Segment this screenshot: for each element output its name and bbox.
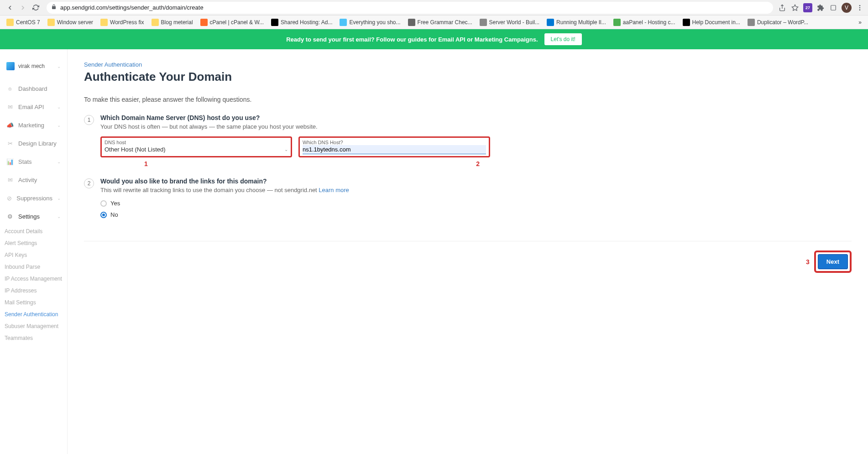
calendar-extension-icon[interactable]: 27 bbox=[803, 3, 812, 12]
account-selector[interactable]: virak mech ⌄ bbox=[0, 57, 67, 79]
dns-host-value: Other Host (Not Listed) bbox=[105, 146, 166, 153]
banner-text: Ready to send your first email? Follow o… bbox=[286, 36, 538, 43]
bookmark-item[interactable]: WordPress fix bbox=[98, 17, 146, 27]
sidebar-subitem-mail-settings[interactable]: Mail Settings bbox=[0, 297, 67, 308]
step-2: 2 Would you also like to brand the links… bbox=[84, 177, 852, 223]
radio-no[interactable]: No bbox=[100, 211, 852, 218]
sidebar-subitem-account-details[interactable]: Account Details bbox=[0, 225, 67, 237]
sidebar-item-label: Dashboard bbox=[18, 85, 47, 92]
sidebar-item-label: Email API bbox=[18, 104, 44, 110]
sidebar-subitem-subuser-management[interactable]: Subuser Management bbox=[0, 320, 67, 332]
sidebar-item-settings[interactable]: ⚙Settings⌄ bbox=[0, 207, 67, 225]
sidebar-item-label: Activity bbox=[18, 177, 37, 183]
main-content: Sender Authentication Authenticate Your … bbox=[68, 49, 868, 454]
radio-yes-label: Yes bbox=[110, 200, 120, 207]
chevron-down-icon: ⌄ bbox=[284, 147, 288, 152]
suppressions-icon: ⊘ bbox=[6, 194, 12, 202]
dns-host-select[interactable]: Other Host (Not Listed) ⌄ bbox=[105, 145, 288, 154]
radio-icon bbox=[100, 200, 107, 207]
step-1-desc: Your DNS host is often — but not always … bbox=[100, 123, 852, 130]
learn-more-link[interactable]: Learn more bbox=[319, 187, 349, 193]
sidebar-subitem-api-keys[interactable]: API Keys bbox=[0, 249, 67, 261]
bookmark-item[interactable]: Help Document in... bbox=[680, 17, 743, 27]
which-dns-input[interactable] bbox=[303, 145, 486, 154]
sidebar-item-label: Design Library bbox=[18, 140, 57, 147]
sidebar-item-stats[interactable]: 📊Stats⌄ bbox=[0, 152, 67, 171]
page-title: Authenticate Your Domain bbox=[84, 70, 852, 84]
bookmark-item[interactable]: aaPanel - Hosting c... bbox=[611, 17, 678, 27]
stats-icon: 📊 bbox=[6, 158, 14, 165]
form-footer: 3 Next bbox=[84, 241, 852, 273]
bookmark-label: WordPress fix bbox=[110, 19, 144, 26]
profile-avatar[interactable]: V bbox=[842, 3, 852, 13]
sidebar-subitem-inbound-parse[interactable]: Inbound Parse bbox=[0, 261, 67, 273]
sidebar-item-design-library[interactable]: ✂Design Library bbox=[0, 134, 67, 152]
breadcrumb[interactable]: Sender Authentication bbox=[84, 61, 852, 68]
radio-no-label: No bbox=[110, 211, 118, 218]
bookmark-label: Running Multiple Il... bbox=[556, 19, 606, 26]
menu-icon[interactable] bbox=[855, 3, 864, 12]
step-2-title: Would you also like to brand the links f… bbox=[100, 177, 852, 185]
bookmark-item[interactable]: Everything you sho... bbox=[337, 17, 403, 27]
bookmark-label: Help Document in... bbox=[692, 19, 740, 26]
site-icon bbox=[748, 19, 755, 26]
sidebar-subitem-teammates[interactable]: Teammates bbox=[0, 332, 67, 344]
window-icon[interactable] bbox=[829, 3, 838, 12]
sidebar-subitem-sender-authentication[interactable]: Sender Authentication bbox=[0, 308, 67, 320]
bookmark-item[interactable]: Duplicator – WordP... bbox=[745, 17, 811, 27]
bookmark-item[interactable]: Window server bbox=[45, 17, 96, 27]
banner-cta-button[interactable]: Let's do it! bbox=[544, 33, 582, 45]
bookmark-item[interactable]: Free Grammar Chec... bbox=[405, 17, 475, 27]
bookmark-item[interactable]: Running Multiple Il... bbox=[544, 17, 609, 27]
sidebar: virak mech ⌄ ⌾Dashboard✉Email API⌄📣Marke… bbox=[0, 49, 68, 454]
site-icon bbox=[547, 19, 554, 26]
intro-text: To make this easier, please answer the f… bbox=[84, 96, 852, 103]
next-button[interactable]: Next bbox=[818, 254, 848, 269]
radio-icon bbox=[100, 212, 107, 218]
sidebar-item-dashboard[interactable]: ⌾Dashboard bbox=[0, 79, 67, 98]
bookmark-label: cPanel | cPanel & W... bbox=[210, 19, 264, 26]
sidebar-item-activity[interactable]: ✉Activity bbox=[0, 171, 67, 189]
sidebar-subitem-ip-access-management[interactable]: IP Access Management bbox=[0, 273, 67, 285]
site-icon bbox=[613, 19, 621, 26]
sidebar-subitem-alert-settings[interactable]: Alert Settings bbox=[0, 237, 67, 249]
sidebar-item-marketing[interactable]: 📣Marketing⌄ bbox=[0, 116, 67, 134]
bookmark-item[interactable]: Server World - Buil... bbox=[477, 17, 542, 27]
svg-marker-0 bbox=[792, 5, 798, 10]
dns-host-label: DNS host bbox=[105, 140, 288, 145]
forward-button[interactable] bbox=[17, 2, 28, 13]
bookmark-label: Shared Hosting: Ad... bbox=[281, 19, 332, 26]
site-icon bbox=[340, 19, 347, 26]
sidebar-subitem-ip-addresses[interactable]: IP Addresses bbox=[0, 285, 67, 297]
radio-yes[interactable]: Yes bbox=[100, 200, 852, 207]
share-icon[interactable] bbox=[778, 3, 787, 12]
bookmarks-overflow[interactable]: » bbox=[856, 18, 864, 27]
sidebar-item-email-api[interactable]: ✉Email API⌄ bbox=[0, 98, 67, 116]
bookmark-item[interactable]: Blog meterial bbox=[149, 17, 196, 27]
reload-button[interactable] bbox=[30, 2, 41, 13]
bookmark-item[interactable]: Shared Hosting: Ad... bbox=[268, 17, 335, 27]
account-name: virak mech bbox=[18, 63, 53, 69]
settings-icon: ⚙ bbox=[6, 213, 14, 220]
bookmark-item[interactable]: CentOS 7 bbox=[4, 17, 43, 27]
chevron-down-icon: ⌄ bbox=[57, 64, 61, 69]
account-logo-icon bbox=[6, 62, 15, 70]
folder-icon bbox=[6, 19, 14, 26]
folder-icon bbox=[47, 19, 55, 26]
address-bar[interactable]: app.sendgrid.com/settings/sender_auth/do… bbox=[47, 2, 773, 14]
design-library-icon: ✂ bbox=[6, 140, 14, 147]
svg-point-4 bbox=[859, 9, 861, 10]
sidebar-item-suppressions[interactable]: ⊘Suppressions⌄ bbox=[0, 189, 67, 207]
sidebar-item-label: Settings bbox=[18, 213, 40, 220]
sidebar-item-label: Stats bbox=[18, 158, 32, 165]
site-icon bbox=[271, 19, 278, 26]
bookmark-label: Window server bbox=[57, 19, 93, 26]
star-icon[interactable] bbox=[790, 3, 800, 12]
chevron-down-icon: ⌄ bbox=[57, 214, 61, 219]
step-2-badge: 2 bbox=[84, 178, 94, 188]
back-button[interactable] bbox=[5, 2, 16, 13]
marketing-icon: 📣 bbox=[6, 121, 14, 129]
bookmark-item[interactable]: cPanel | cPanel & W... bbox=[198, 17, 267, 27]
extensions-icon[interactable] bbox=[816, 3, 825, 12]
svg-point-2 bbox=[859, 5, 861, 6]
